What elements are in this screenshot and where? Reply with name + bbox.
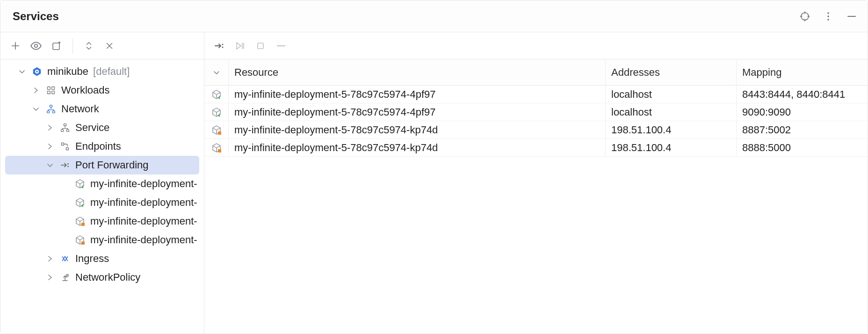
table-body: my-infinite-deployment-5-78c97c5974-4pf9… — [204, 86, 868, 157]
services-tree[interactable]: minikube [default] Workloads Network — [0, 59, 204, 334]
tree-label: Port Forwarding — [75, 159, 149, 171]
tree-label: Workloads — [61, 84, 110, 96]
toolbar-separator — [72, 38, 73, 53]
cell-mapping: 8887:5002 — [737, 121, 868, 138]
left-pane: minikube [default] Workloads Network — [0, 32, 204, 334]
endpoints-icon — [59, 141, 71, 152]
table-header: Resource Addresses Mapping — [204, 59, 868, 86]
cell-addresses: localhost — [606, 103, 737, 121]
tree-node-port-forward-item[interactable]: my-infinite-deployment- — [0, 174, 204, 193]
add-icon[interactable] — [9, 39, 22, 52]
titlebar-actions — [798, 10, 858, 23]
port-forward-icon — [59, 160, 71, 171]
titlebar: Services — [0, 0, 868, 32]
cell-mapping: 9090:9090 — [737, 103, 868, 121]
row-status-icon — [204, 86, 229, 103]
tree-label: Ingress — [75, 253, 109, 265]
workloads-icon — [45, 85, 57, 96]
remove-icon[interactable] — [275, 39, 288, 52]
svg-rect-27 — [81, 241, 85, 245]
more-options-icon[interactable] — [822, 10, 835, 23]
chevron-right-icon[interactable] — [46, 255, 55, 262]
header-resource[interactable]: Resource — [229, 59, 606, 85]
cell-addresses: 198.51.100.4 — [606, 121, 737, 138]
cell-resource: my-infinite-deployment-5-78c97c5974-4pf9… — [229, 86, 606, 103]
cell-resource: my-infinite-deployment-5-78c97c5974-kp74… — [229, 139, 606, 156]
focus-target-icon[interactable] — [798, 10, 811, 23]
row-status-icon — [204, 103, 229, 121]
tree-label: my-infinite-deployment- — [90, 196, 197, 209]
tree-node-port-forward-item[interactable]: my-infinite-deployment- — [0, 231, 204, 249]
cell-mapping: 8888:5000 — [737, 139, 868, 156]
svg-rect-29 — [218, 149, 221, 152]
ingress-icon — [59, 253, 71, 264]
chevron-right-icon[interactable] — [46, 124, 55, 131]
chevron-down-icon[interactable] — [46, 161, 55, 169]
table-row[interactable]: my-infinite-deployment-5-78c97c5974-4pf9… — [204, 86, 868, 103]
panel-title: Services — [13, 10, 59, 23]
right-toolbar — [204, 32, 868, 59]
network-icon — [45, 103, 57, 115]
cell-resource: my-infinite-deployment-5-78c97c5974-4pf9… — [229, 103, 606, 121]
tree-node-port-forward-item[interactable]: my-infinite-deployment- — [0, 193, 204, 212]
row-status-icon — [204, 121, 229, 138]
tree-label: NetworkPolicy — [75, 271, 140, 283]
close-all-icon[interactable] — [103, 39, 116, 52]
chevron-right-icon[interactable] — [32, 87, 41, 94]
right-pane: Resource Addresses Mapping my-infinite-d… — [204, 32, 868, 334]
tree-label: Network — [61, 103, 99, 115]
table-row[interactable]: my-infinite-deployment-5-78c97c5974-kp74… — [204, 139, 868, 157]
svg-rect-28 — [218, 131, 221, 135]
cluster-name: minikube — [47, 65, 88, 78]
chevron-right-icon[interactable] — [46, 143, 55, 150]
row-status-icon — [204, 139, 229, 156]
tree-label: my-infinite-deployment- — [90, 178, 197, 190]
stop-icon[interactable] — [254, 39, 267, 52]
tree-label: Endpoints — [75, 140, 121, 152]
tree-node-workloads[interactable]: Workloads — [0, 81, 204, 100]
chevron-right-icon[interactable] — [46, 274, 55, 281]
cell-addresses: localhost — [606, 86, 737, 103]
table-row[interactable]: my-infinite-deployment-5-78c97c5974-kp74… — [204, 121, 868, 139]
cell-addresses: 198.51.100.4 — [606, 139, 737, 156]
chevron-down-icon[interactable] — [32, 105, 41, 113]
tree-node-port-forwarding[interactable]: Port Forwarding — [5, 156, 199, 174]
minimize-icon[interactable] — [845, 10, 858, 23]
cell-resource: my-infinite-deployment-5-78c97c5974-kp74… — [229, 121, 606, 138]
header-mapping[interactable]: Mapping — [737, 59, 868, 85]
tree-label: my-infinite-deployment- — [90, 234, 197, 246]
tree-node-cluster[interactable]: minikube [default] — [0, 62, 204, 81]
tree-label: Service — [75, 122, 109, 134]
open-new-window-icon[interactable] — [50, 39, 63, 52]
service-icon — [59, 122, 71, 133]
tree-node-port-forward-item[interactable]: my-infinite-deployment- — [0, 212, 204, 231]
tree-node-networkpolicy[interactable]: NetworkPolicy — [0, 268, 204, 287]
tree-label: my-infinite-deployment- — [90, 215, 197, 227]
left-toolbar — [0, 32, 204, 59]
pod-icon — [74, 178, 86, 189]
svg-rect-26 — [81, 223, 85, 226]
kubernetes-icon — [31, 66, 43, 77]
pod-icon — [74, 216, 86, 227]
tree-node-ingress[interactable]: Ingress — [0, 249, 204, 268]
tree-node-network[interactable]: Network — [0, 100, 204, 118]
chevron-down-icon[interactable] — [18, 68, 27, 75]
pod-icon — [74, 234, 86, 246]
tree-node-endpoints[interactable]: Endpoints — [0, 137, 204, 156]
table-row[interactable]: my-infinite-deployment-5-78c97c5974-4pf9… — [204, 103, 868, 121]
resume-icon[interactable] — [233, 39, 246, 52]
expand-collapse-icon[interactable] — [82, 39, 95, 52]
cell-mapping: 8443:8444, 8440:8441 — [737, 86, 868, 103]
networkpolicy-icon — [59, 272, 71, 283]
pod-icon — [74, 197, 86, 208]
services-panel: Services miniku — [0, 0, 868, 334]
tree-node-service[interactable]: Service — [0, 118, 204, 137]
header-expand-icon[interactable] — [204, 59, 229, 85]
show-icon[interactable] — [29, 39, 43, 52]
forward-port-icon[interactable] — [213, 39, 226, 52]
header-addresses[interactable]: Addresses — [606, 59, 737, 85]
cluster-context: [default] — [93, 65, 130, 78]
